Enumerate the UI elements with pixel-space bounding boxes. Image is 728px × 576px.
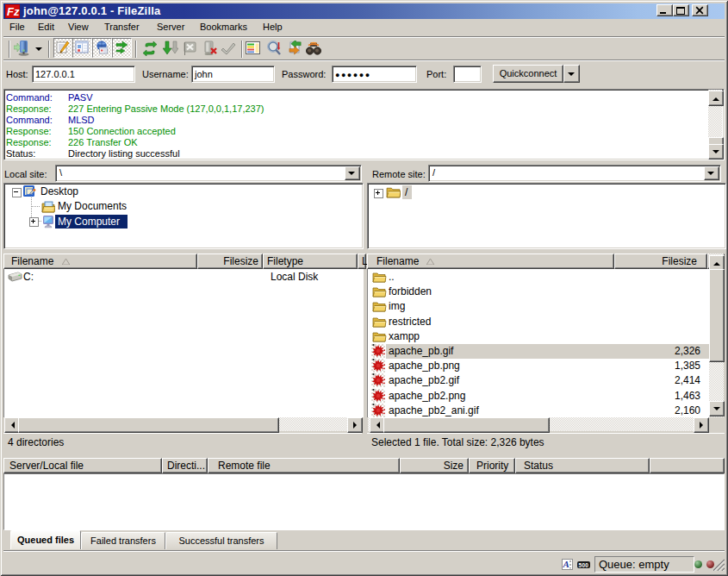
- svg-text:Fz: Fz: [7, 5, 20, 18]
- svg-text:A: A: [563, 559, 569, 569]
